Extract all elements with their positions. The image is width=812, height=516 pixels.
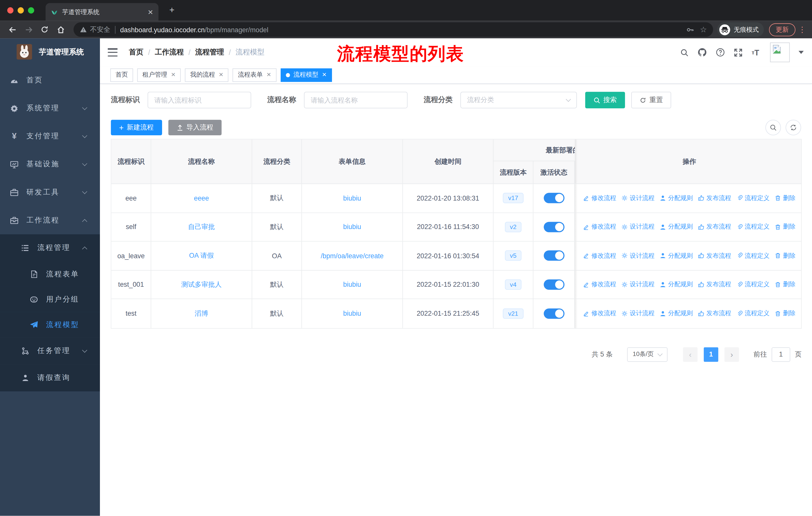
action-edit-process[interactable]: 修改流程 — [583, 280, 616, 289]
process-name-link[interactable]: 自己审批 — [188, 222, 215, 232]
tag-close-icon[interactable]: ✕ — [322, 72, 327, 78]
reload-icon[interactable] — [37, 22, 52, 37]
action-publish-process[interactable]: 发布流程 — [698, 251, 731, 260]
hide-search-icon[interactable] — [765, 120, 781, 135]
sidebar-item-workflow[interactable]: 工作流程 — [0, 206, 100, 234]
import-process-button[interactable]: 导入流程 — [168, 120, 222, 135]
process-name-link[interactable]: OA 请假 — [189, 251, 214, 260]
sidebar-item-user-group[interactable]: 用户分组 — [0, 287, 100, 312]
tag-close-icon[interactable]: ✕ — [219, 72, 224, 78]
action-process-define[interactable]: 流程定义 — [736, 251, 770, 260]
action-delete[interactable]: 删除 — [775, 251, 795, 260]
sidebar-item-process-management[interactable]: 流程管理 — [0, 234, 100, 261]
action-edit-process[interactable]: 修改流程 — [583, 222, 616, 231]
browser-menu-icon[interactable]: ⋮ — [798, 25, 807, 34]
github-icon[interactable] — [698, 48, 707, 57]
activation-toggle[interactable] — [544, 308, 564, 319]
sidebar-item-process-form[interactable]: 流程表单 — [0, 261, 100, 287]
tab-process-form[interactable]: 流程表单✕ — [233, 68, 277, 82]
reset-button[interactable]: 重置 — [631, 92, 671, 108]
forward-icon[interactable] — [21, 22, 36, 37]
page-size-select[interactable]: 10条/页 — [627, 347, 668, 361]
sidebar-item-home[interactable]: 首页 — [0, 66, 100, 94]
form-info-link[interactable]: biubiu — [343, 310, 361, 318]
form-info-link[interactable]: biubiu — [343, 281, 361, 289]
sidebar-item-leave-query[interactable]: 请假查询 — [0, 364, 100, 391]
process-key-input[interactable] — [147, 92, 251, 108]
process-category-select[interactable]: 流程分类 — [460, 92, 577, 108]
sidebar-item-infrastructure[interactable]: 基础设施 — [0, 151, 100, 179]
sidebar-collapse-icon[interactable] — [108, 48, 118, 56]
window-minimize-button[interactable] — [18, 7, 24, 13]
address-bar[interactable]: 不安全 dashboard.yudao.iocoder.cn/bpm/manag… — [74, 22, 713, 37]
refresh-icon[interactable] — [786, 120, 801, 135]
fullscreen-icon[interactable] — [734, 48, 743, 57]
action-delete[interactable]: 删除 — [775, 222, 795, 231]
form-info-link[interactable]: biubiu — [343, 194, 361, 202]
tab-home[interactable]: 首页 — [110, 68, 133, 82]
action-assign-rule[interactable]: 分配规则 — [660, 194, 693, 202]
process-name-input[interactable] — [304, 92, 407, 108]
action-assign-rule[interactable]: 分配规则 — [660, 222, 693, 231]
create-process-button[interactable]: + 新建流程 — [111, 120, 162, 135]
security-warning-icon[interactable] — [80, 26, 87, 33]
back-icon[interactable] — [5, 22, 20, 37]
action-delete[interactable]: 删除 — [775, 194, 795, 202]
activation-toggle[interactable] — [544, 250, 564, 261]
activation-toggle[interactable] — [544, 279, 564, 290]
next-page-button[interactable]: › — [724, 347, 739, 361]
action-process-define[interactable]: 流程定义 — [736, 194, 770, 202]
action-assign-rule[interactable]: 分配规则 — [660, 251, 693, 260]
action-delete[interactable]: 删除 — [775, 280, 795, 289]
action-publish-process[interactable]: 发布流程 — [698, 194, 731, 202]
process-name-link[interactable]: 测试多审批人 — [181, 280, 222, 289]
breadcrumb-workflow[interactable]: 工作流程 — [155, 48, 184, 57]
sidebar-item-payment-management[interactable]: ¥支付管理 — [0, 123, 100, 151]
action-edit-process[interactable]: 修改流程 — [583, 251, 616, 260]
help-icon[interactable] — [716, 48, 725, 57]
action-assign-rule[interactable]: 分配规则 — [660, 309, 693, 318]
breadcrumb-home[interactable]: 首页 — [129, 48, 143, 57]
tab-close-icon[interactable]: ✕ — [148, 8, 153, 16]
form-info-link[interactable]: /bpm/oa/leave/create — [321, 252, 384, 260]
tab-tenant-management[interactable]: 租户管理✕ — [137, 68, 181, 82]
browser-update-button[interactable]: 更新 — [769, 23, 795, 36]
action-design-process[interactable]: 设计流程 — [621, 222, 655, 231]
sidebar-item-dev-tools[interactable]: 研发工具 — [0, 179, 100, 206]
action-edit-process[interactable]: 修改流程 — [583, 309, 616, 318]
prev-page-button[interactable]: ‹ — [683, 347, 698, 361]
goto-page-input[interactable] — [772, 347, 790, 361]
search-button[interactable]: 搜索 — [585, 92, 625, 108]
activation-toggle[interactable] — [544, 193, 564, 203]
process-name-link[interactable]: eeee — [194, 194, 209, 202]
process-name-link[interactable]: 滔博 — [195, 309, 208, 318]
tab-my-process[interactable]: 我的流程✕ — [185, 68, 229, 82]
avatar-caret-icon[interactable] — [799, 51, 804, 54]
sidebar-item-system-management[interactable]: 系统管理 — [0, 94, 100, 122]
window-zoom-button[interactable] — [28, 7, 34, 13]
key-icon[interactable] — [686, 26, 694, 33]
action-publish-process[interactable]: 发布流程 — [698, 280, 731, 289]
bookmark-star-icon[interactable]: ☆ — [700, 25, 707, 34]
tab-process-model[interactable]: 流程模型✕ — [281, 68, 332, 82]
form-info-link[interactable]: biubiu — [343, 223, 361, 231]
action-publish-process[interactable]: 发布流程 — [698, 222, 731, 231]
breadcrumb-process-management[interactable]: 流程管理 — [195, 48, 224, 57]
action-process-define[interactable]: 流程定义 — [736, 222, 770, 231]
current-page[interactable]: 1 — [704, 347, 718, 361]
search-icon[interactable] — [680, 48, 689, 57]
action-assign-rule[interactable]: 分配规则 — [660, 280, 693, 289]
tag-close-icon[interactable]: ✕ — [266, 72, 271, 78]
tag-close-icon[interactable]: ✕ — [171, 72, 176, 78]
activation-toggle[interactable] — [544, 222, 564, 232]
window-close-button[interactable] — [7, 7, 13, 13]
action-publish-process[interactable]: 发布流程 — [698, 309, 731, 318]
action-design-process[interactable]: 设计流程 — [621, 280, 655, 289]
avatar[interactable] — [770, 43, 790, 62]
action-design-process[interactable]: 设计流程 — [621, 194, 655, 202]
sidebar-item-process-model[interactable]: 流程模型 — [0, 312, 100, 337]
browser-tab[interactable]: 芋道管理系统 ✕ — [46, 3, 158, 21]
sidebar-item-task-management[interactable]: 任务管理 — [0, 337, 100, 364]
action-edit-process[interactable]: 修改流程 — [583, 194, 616, 202]
new-tab-button[interactable]: + — [166, 4, 178, 17]
